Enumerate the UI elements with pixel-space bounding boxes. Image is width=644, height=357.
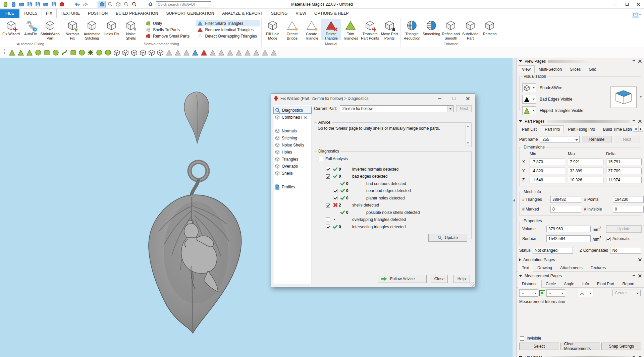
ribbon-button[interactable]: Create Triangle: [302, 19, 321, 40]
diagnostic-checkbox[interactable]: [333, 196, 337, 200]
rename-button[interactable]: Rename: [582, 136, 611, 143]
fix-wizard-nav-item[interactable]: Noise Shells: [273, 141, 312, 148]
pin-icon[interactable]: [632, 356, 636, 357]
diagnostic-checkbox[interactable]: [326, 225, 330, 229]
fix-wizard-nav-item[interactable]: Shells: [273, 170, 312, 177]
marking-tool-icon[interactable]: [16, 48, 25, 57]
maximize-button[interactable]: [621, 0, 633, 9]
tab[interactable]: Slices: [566, 65, 585, 73]
delta-field[interactable]: 15.791: [606, 159, 642, 165]
tab-scroll-right-icon[interactable]: ▶: [638, 126, 643, 132]
close-icon[interactable]: [638, 356, 642, 357]
dialog-close-button[interactable]: [461, 94, 475, 103]
ribbon-tab[interactable]: FIX: [42, 9, 57, 18]
quick-access-icon[interactable]: [130, 1, 138, 8]
marking-tool-icon[interactable]: [200, 48, 208, 57]
tab[interactable]: View: [518, 65, 535, 73]
chevron-down-icon[interactable]: [533, 110, 535, 111]
close-button[interactable]: [633, 0, 644, 9]
quick-access-icon[interactable]: [146, 1, 154, 8]
fix-wizard-nav-item[interactable]: Triangles: [273, 156, 312, 163]
diagnostic-checkbox[interactable]: [326, 203, 330, 207]
ribbon-button[interactable]: Delete Triangle: [321, 19, 341, 40]
ribbon-button[interactable]: Triangle Reduction: [402, 19, 422, 40]
marking-tool-icon[interactable]: [234, 48, 243, 57]
marking-tool-icon[interactable]: [139, 48, 147, 57]
tab[interactable]: Build Time Estimation: [599, 125, 632, 133]
ribbon-button[interactable]: Translate Part Points: [360, 19, 380, 40]
marking-tool-icon[interactable]: [261, 48, 269, 57]
invisible-checkbox[interactable]: [520, 336, 524, 341]
follow-advice-button[interactable]: Follow Advice: [378, 275, 427, 283]
quick-access-icon[interactable]: ▾: [82, 1, 89, 8]
drag-texture[interactable]: [547, 120, 630, 123]
marking-tool-icon[interactable]: [60, 48, 69, 57]
volume-field[interactable]: 379.963: [546, 226, 591, 232]
dialog-resize-grip[interactable]: [470, 282, 475, 287]
measurement-action-button[interactable]: Snap Settings: [601, 343, 641, 350]
marking-tool-icon[interactable]: [8, 48, 16, 57]
visualization-mode-button[interactable]: [522, 106, 536, 115]
axis-mode-combobox[interactable]: [578, 289, 593, 297]
marking-tool-icon[interactable]: [95, 48, 104, 57]
fix-wizard-nav-item[interactable]: Stitching: [273, 134, 312, 141]
min-field[interactable]: -4.820: [530, 168, 565, 174]
point-mode-combobox[interactable]: [519, 289, 538, 297]
ribbon-button[interactable]: Move Part Points: [380, 19, 399, 40]
quick-access-icon[interactable]: [138, 1, 146, 8]
panel-splitter[interactable]: [512, 58, 516, 357]
ribbon-button-small[interactable]: Shells To Parts: [144, 26, 193, 33]
tab[interactable]: Final Part: [593, 280, 618, 288]
fix-wizard-nav-item[interactable]: Combined Fix: [273, 114, 312, 121]
dialog-minimize-button[interactable]: [433, 94, 447, 103]
fix-wizard-nav-item[interactable]: Diagnostics: [273, 107, 312, 114]
quick-access-icon[interactable]: [58, 1, 65, 8]
min-field[interactable]: -7.870: [530, 159, 565, 165]
marking-tool-icon[interactable]: [34, 48, 43, 57]
next-button[interactable]: Next: [614, 136, 640, 143]
diagnostic-checkbox[interactable]: [326, 167, 330, 171]
tab[interactable]: Info: [578, 280, 593, 288]
marking-tool-icon[interactable]: [217, 48, 226, 57]
fix-wizard-nav-item[interactable]: [273, 177, 312, 183]
dialog-maximize-button[interactable]: [447, 94, 461, 103]
close-icon[interactable]: [638, 274, 642, 278]
part-name-combobox[interactable]: 255: [540, 136, 580, 143]
collapse-section-icon[interactable]: [519, 60, 522, 62]
search-input[interactable]: [156, 1, 211, 7]
ribbon-button-small[interactable]: Remove Small Parts: [144, 33, 193, 39]
quick-access-icon[interactable]: [1, 1, 9, 8]
quick-access-icon[interactable]: [114, 1, 121, 8]
marking-tool-icon[interactable]: [191, 48, 200, 57]
ribbon-button[interactable]: Trim Triangles: [341, 19, 360, 40]
full-analysis-checkbox[interactable]: [319, 157, 323, 161]
chevron-down-icon[interactable]: [533, 99, 535, 100]
ribbon-tab[interactable]: OPTIONS & HELP: [310, 9, 353, 18]
max-field[interactable]: 7.921: [568, 159, 603, 165]
marking-tool-icon[interactable]: [104, 48, 112, 57]
ribbon-tab[interactable]: ANALYZE & REPORT: [218, 9, 267, 18]
max-field[interactable]: 32.889: [568, 168, 603, 174]
marking-tool-icon[interactable]: [208, 48, 217, 57]
marking-tool-icon[interactable]: [269, 48, 278, 57]
marking-tool-icon[interactable]: [86, 48, 95, 57]
tab[interactable]: Distance: [518, 280, 542, 288]
pin-icon[interactable]: [632, 120, 636, 123]
ribbon-button[interactable]: Fix Wizard: [1, 19, 21, 40]
marking-tool-icon[interactable]: [77, 48, 86, 57]
collapse-section-icon[interactable]: [519, 120, 522, 122]
max-field[interactable]: 10.326: [568, 177, 603, 183]
close-icon[interactable]: [638, 120, 642, 123]
ribbon-button[interactable]: Subdivide Part: [461, 19, 480, 40]
quick-access-icon[interactable]: [122, 1, 129, 8]
ribbon-button-small[interactable]: Remove Identical Triangles: [196, 26, 260, 33]
quick-access-icon[interactable]: ▾: [74, 1, 81, 8]
ribbon-button-small[interactable]: Detect Overlapping Triangles: [196, 33, 260, 39]
fix-wizard-nav-item[interactable]: Overlaps: [273, 163, 312, 170]
marking-tool-icon[interactable]: [43, 48, 51, 57]
delta-field[interactable]: 11.974: [606, 177, 642, 183]
tab[interactable]: Circle: [542, 280, 560, 288]
pin-icon[interactable]: [632, 274, 636, 278]
quick-access-icon[interactable]: [90, 1, 97, 8]
invisible-field[interactable]: 0: [613, 206, 644, 213]
